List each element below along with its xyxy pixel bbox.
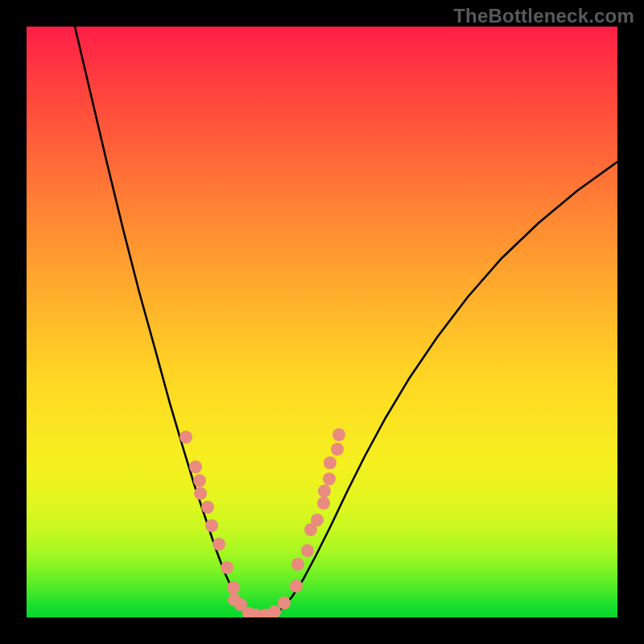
marker-right: [317, 497, 330, 510]
marker-left: [193, 474, 206, 487]
bottleneck-curve: [75, 27, 617, 616]
marker-group: [180, 428, 345, 617]
marker-left: [194, 487, 207, 500]
marker-left: [221, 561, 233, 574]
marker-right: [331, 443, 344, 456]
marker-left: [201, 501, 214, 514]
marker-right: [311, 514, 324, 526]
marker-left: [205, 519, 218, 532]
marker-left: [180, 431, 192, 444]
marker-right: [278, 597, 291, 609]
chart-plot-area: [27, 27, 617, 617]
marker-right: [323, 473, 336, 485]
marker-left: [227, 581, 240, 594]
marker-right: [291, 558, 304, 571]
marker-right: [318, 485, 331, 497]
marker-left: [213, 538, 225, 551]
marker-bottom: [268, 605, 281, 617]
marker-right: [324, 456, 336, 469]
marker-right: [301, 544, 314, 557]
marker-left: [189, 460, 202, 473]
watermark-text: TheBottleneck.com: [453, 5, 634, 27]
marker-right: [332, 428, 345, 441]
chart-frame: TheBottleneck.com: [0, 0, 644, 644]
marker-right: [290, 580, 303, 592]
chart-svg: [27, 27, 617, 617]
